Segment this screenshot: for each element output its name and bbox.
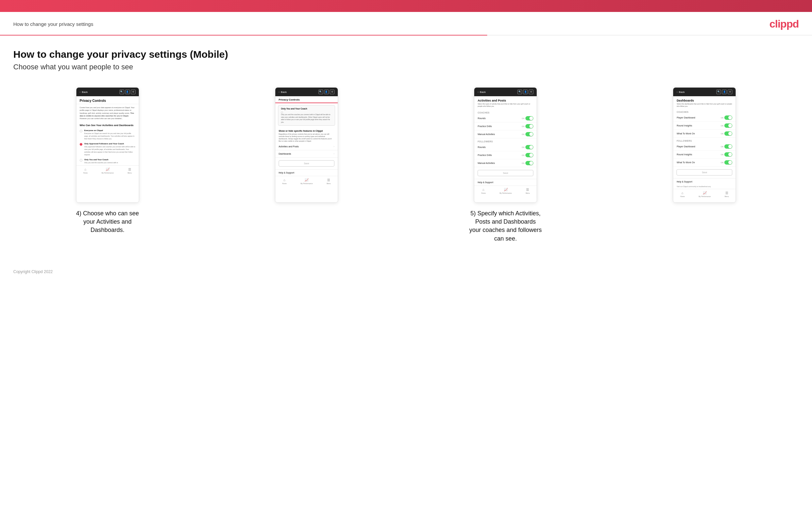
logo: clippd [769,18,799,30]
radio-followers-text: Only Approved Followers and Your Coach O… [84,143,136,156]
person-icon[interactable]: 👤 [125,90,130,94]
followers-player-toggle[interactable] [724,144,732,149]
radio-everyone-text: Everyone on Clippd Everyone on Clippd ca… [84,129,136,140]
nav-home-2[interactable]: ⌂ Home [282,178,287,184]
copyright: Copyright Clippd 2022 [13,269,53,274]
person-icon-4[interactable]: 👤 [722,90,727,94]
coaches-rounds-toggle[interactable] [525,116,534,120]
chevron-left-icon: ‹ [80,91,81,94]
settings-icon-4[interactable]: ⚙ [728,90,732,94]
back-button-4[interactable]: ‹ Back [676,91,684,94]
coaches-round-insights-toggle[interactable] [724,123,732,128]
nav-home-1[interactable]: ⌂ Home [83,168,88,174]
save-button-3[interactable]: Save [477,170,534,176]
chevron-left-icon-3: ‹ [477,91,478,94]
coaches-drills-label: Practice Drills [477,125,492,127]
radio-everyone-desc: Everyone on Clippd can search for you an… [84,132,135,140]
radio-followers[interactable]: Only Approved Followers and Your Coach O… [77,142,139,157]
radio-coach-only[interactable]: Only You and Your Coach Only you and the… [77,157,139,165]
nav-home-4[interactable]: ⌂ Home [680,191,684,198]
radio-everyone[interactable]: Everyone on Clippd Everyone on Clippd ca… [77,128,139,142]
nav-menu-1[interactable]: ☰ Menu [128,168,132,174]
followers-manual-toggle[interactable] [525,161,534,165]
person-icon-3[interactable]: 👤 [523,90,528,94]
back-button-3[interactable]: ‹ Back [477,91,486,94]
settings-icon[interactable]: ⚙ [131,90,136,94]
nav-menu-3[interactable]: ☰ Menu [526,188,530,194]
bottom-nav-3: ⌂ Home 📈 My Performance ☰ Menu [474,185,537,197]
nav-performance-2[interactable]: 📈 My Performance [301,178,313,184]
help-section-4: Help & Support [673,178,735,185]
search-icon-4[interactable]: 🔍 [716,90,721,94]
radio-circle-followers [80,143,82,146]
topbar-icons-1: 🔍 👤 ⚙ [119,90,136,94]
nav-performance-3[interactable]: 📈 My Performance [500,188,512,194]
main-content: How to change your privacy settings (Mob… [0,49,812,263]
activities-posts-desc: Select the types of activity that you'd … [474,103,537,110]
menu-icon-1: ☰ [128,168,131,171]
nav-performance-label-2: My Performance [301,182,313,184]
topbar-icons-3: 🔍 👤 ⚙ [517,90,534,94]
coaches-what-to-work-toggle[interactable] [724,131,732,136]
nav-performance-1[interactable]: 📈 My Performance [102,168,114,174]
menu-icon-3: ☰ [526,188,529,191]
followers-rounds-toggle[interactable] [525,145,534,149]
coaches-manual-on-label: ON [522,133,524,135]
back-label-2: Back [281,91,287,94]
coaches-drills-toggle[interactable] [525,124,534,128]
home-icon-4: ⌂ [681,191,683,195]
nav-performance-4[interactable]: 📈 My Performance [698,191,711,198]
back-button-2[interactable]: ‹ Back [278,91,287,94]
screen1-content: Privacy Controls Control how you and you… [77,96,139,203]
followers-drills-row: Practice Drills ON [474,151,537,159]
save-button-4[interactable]: Save [676,169,732,175]
coaches-section-label-4: COACHES [673,109,735,114]
followers-what-to-work-label: What To Work On [676,161,695,164]
radio-coach-desc: Only you and the coaches you connect wit… [84,162,118,164]
popup-box: Only You and Your Coach Only you and the… [278,105,335,126]
followers-rounds-label: Rounds [477,146,486,148]
coaches-what-to-work-on-label: ON [721,133,723,135]
nav-performance-label-3: My Performance [500,192,512,194]
followers-what-to-work-on-label: ON [721,162,723,164]
radio-circle-coach [80,159,82,162]
dashboards-nav[interactable]: Dashboards › [275,150,338,158]
dashboards-heading: Dashboards [673,96,735,103]
coaches-manual-toggle[interactable] [525,132,534,136]
caption-3: 5) Specify which Activities, Posts and D… [469,209,542,243]
nav-menu-2[interactable]: ☰ Menu [326,178,331,184]
home-icon-3: ⌂ [483,188,485,191]
coaches-player-dashboard-label: Player Dashboard [676,116,695,119]
screen2-group: ‹ Back 🔍 👤 ⚙ Privacy Controls Only You a… [212,87,401,203]
page-heading: How to change your privacy settings (Mob… [13,49,799,60]
coaches-rounds-row: Rounds ON [474,114,537,122]
settings-icon-3[interactable]: ⚙ [529,90,534,94]
save-button-2[interactable]: Save [278,160,335,167]
followers-what-to-work-toggle[interactable] [724,160,732,165]
search-icon[interactable]: 🔍 [119,90,124,94]
person-icon-2[interactable]: 👤 [324,90,329,94]
nav-home-3[interactable]: ⌂ Home [481,188,486,194]
coaches-player-on-label: ON [721,117,723,119]
performance-icon-4: 📈 [703,191,707,195]
followers-drills-on-label: ON [522,154,524,156]
bottom-nav-1: ⌂ Home 📈 My Performance ☰ Menu [77,165,139,176]
nav-menu-label-2: Menu [326,182,331,184]
coaches-round-insights-label: Round Insights [676,124,692,127]
search-icon-2[interactable]: 🔍 [318,90,323,94]
followers-drills-toggle[interactable] [525,153,534,157]
nav-menu-4[interactable]: ☰ Menu [725,191,729,198]
followers-what-to-work-row: What To Work On ON [673,159,735,167]
followers-round-insights-on-label: ON [721,154,723,156]
nav-home-label-4: Home [680,195,684,198]
header: How to change your privacy settings clip… [0,12,812,35]
search-icon-3[interactable]: 🔍 [517,90,522,94]
followers-round-insights-toggle[interactable] [724,152,732,157]
settings-icon-2[interactable]: ⚙ [330,90,335,94]
back-button-1[interactable]: ‹ Back [80,91,88,94]
nav-home-label-2: Home [282,182,287,184]
screen4-content: Dashboards Select the dashboards that yo… [673,96,735,203]
activities-posts-nav[interactable]: Activities and Posts › [275,143,338,150]
coaches-player-toggle[interactable] [724,115,732,120]
popup-desc: Only you and the coaches you connect wit… [281,113,332,123]
